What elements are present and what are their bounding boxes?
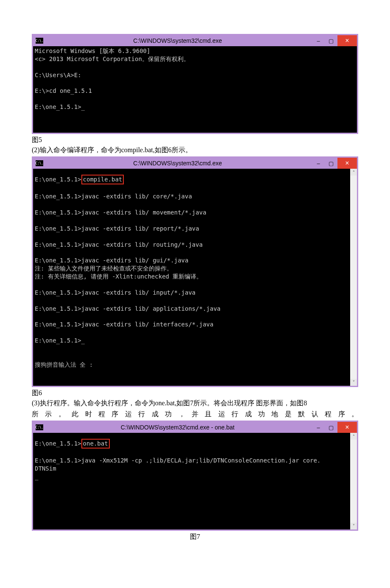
scroll-up-icon[interactable]: ˄ — [350, 169, 357, 176]
window-title: C:\WINDOWS\system32\cmd.exe — [43, 37, 312, 44]
cmd-window-fig6: C:\. C:\WINDOWS\system32\cmd.exe – ▢ × E… — [32, 156, 358, 387]
terminal-output[interactable]: E:\one_1.5.1>compile.bat E:\one_1.5.1>ja… — [33, 169, 357, 385]
minimize-button[interactable]: – — [312, 422, 325, 433]
terminal-lines: E:\one_1.5.1>java -Xmx512M -cp .;lib/ECL… — [35, 457, 320, 480]
close-button[interactable]: × — [337, 35, 357, 46]
maximize-button[interactable]: ▢ — [325, 35, 337, 46]
ime-status: 搜狗拼音输入法 全 : — [35, 361, 93, 368]
close-button[interactable]: × — [337, 158, 357, 169]
maximize-button[interactable]: ▢ — [325, 158, 337, 169]
figure-caption: 图5 — [32, 136, 358, 145]
terminal-output[interactable]: E:\one_1.5.1>one.bat E:\one_1.5.1>java -… — [33, 433, 357, 529]
paragraph: (3)执行程序。输入命令执行程序，命令为one.bat,如图7所示。将会出现程序… — [32, 399, 358, 408]
close-button[interactable]: × — [337, 422, 357, 433]
figure-caption: 图6 — [32, 389, 358, 398]
scroll-up-icon[interactable]: ˄ — [350, 433, 357, 440]
window-title: C:\WINDOWS\system32\cmd.exe — [43, 160, 312, 167]
window-title: C:\WINDOWS\system32\cmd.exe - one.bat — [43, 424, 312, 431]
cmd-icon: C:\. — [36, 424, 43, 430]
prompt-text: E:\one_1.5.1> — [35, 176, 81, 183]
paragraph: (2)输入命令编译程序，命令为compile.bat,如图6所示。 — [32, 145, 358, 155]
maximize-button[interactable]: ▢ — [325, 422, 337, 433]
figure-caption: 图7 — [32, 532, 358, 541]
paragraph: 所示。此时程序运行成功，并且运行成功地是默认程序。 — [32, 410, 358, 419]
titlebar[interactable]: C:\. C:\WINDOWS\system32\cmd.exe – ▢ × — [33, 35, 357, 46]
cmd-window-fig5: C:\. C:\WINDOWS\system32\cmd.exe – ▢ × M… — [32, 34, 358, 134]
command-highlight: one.bat — [81, 439, 110, 449]
cmd-icon: C:\. — [36, 38, 43, 44]
scroll-down-icon[interactable]: ˅ — [350, 523, 357, 529]
titlebar[interactable]: C:\. C:\WINDOWS\system32\cmd.exe – ▢ × — [33, 158, 357, 169]
scrollbar[interactable]: ˄ ˅ — [350, 169, 357, 385]
cmd-icon: C:\. — [36, 160, 43, 166]
cmd-window-fig7: C:\. C:\WINDOWS\system32\cmd.exe - one.b… — [32, 421, 358, 531]
scrollbar[interactable]: ˄ ˅ — [350, 433, 357, 529]
terminal-lines: E:\one_1.5.1>javac -extdirs lib/ core/*.… — [35, 193, 220, 344]
command-highlight: compile.bat — [81, 175, 124, 184]
scroll-down-icon[interactable]: ˅ — [350, 379, 357, 386]
prompt-text: E:\one_1.5.1> — [35, 440, 81, 447]
minimize-button[interactable]: – — [312, 35, 325, 46]
minimize-button[interactable]: – — [312, 158, 325, 169]
terminal-output[interactable]: Microsoft Windows [版本 6.3.9600] <c> 2013… — [33, 46, 357, 133]
titlebar[interactable]: C:\. C:\WINDOWS\system32\cmd.exe - one.b… — [33, 422, 357, 433]
